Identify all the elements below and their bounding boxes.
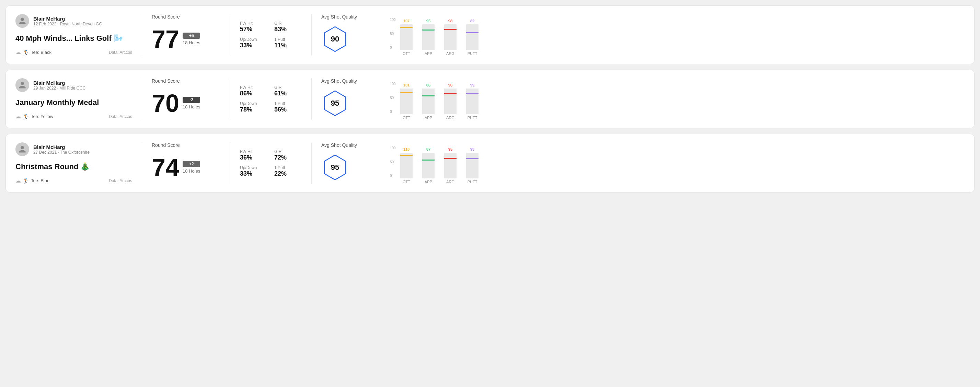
bar-x-label: ARG xyxy=(446,51,455,56)
stat-value-updown: 33% xyxy=(240,42,267,49)
stat-value-fw-hit: 86% xyxy=(240,90,267,97)
bar-x-label: OTT xyxy=(402,116,410,120)
avatar xyxy=(16,14,29,28)
bar-group-putt: 82PUTT xyxy=(466,24,479,56)
user-row: Blair McHarg29 Jan 2022 · Mill Ride GCC xyxy=(16,78,132,92)
stat-label-updown: Up/Down xyxy=(240,165,267,170)
bar-x-label: PUTT xyxy=(468,116,477,120)
bar-x-label: APP xyxy=(425,116,432,120)
data-source: Data: Arccos xyxy=(109,178,132,183)
stats-section: FW HitGIR36%72%Up/Down1 Putt33%22% xyxy=(240,143,302,184)
stat-label-fw-hit: FW Hit xyxy=(240,85,267,90)
score-details: +218 Holes xyxy=(183,161,200,174)
bar-x-label: APP xyxy=(425,180,432,184)
score-main: 77+518 Holes xyxy=(152,22,220,56)
stat-value-gir: 83% xyxy=(274,26,302,33)
user-info: Blair McHarg29 Jan 2022 · Mill Ride GCC xyxy=(33,80,86,90)
tee-label: Tee: Black xyxy=(31,50,51,55)
bar-group-app: 95APP xyxy=(422,24,434,56)
user-row: Blair McHarg27 Dec 2021 · The Oxfordshir… xyxy=(16,143,132,156)
card-footer: ☁🏌Tee: YellowData: Arccos xyxy=(16,113,132,120)
stat-value-gir: 61% xyxy=(274,90,302,97)
stat-value-fw-hit: 36% xyxy=(240,154,267,161)
stat-value-fw-hit: 57% xyxy=(240,26,267,33)
stats-section: FW HitGIR57%83%Up/Down1 Putt33%11% xyxy=(240,14,302,56)
quality-content: 95 xyxy=(321,151,390,184)
weather-icon: ☁ xyxy=(16,49,21,56)
bar-group-ott: 107OTT xyxy=(400,24,413,56)
divider xyxy=(311,78,312,120)
bar-x-label: OTT xyxy=(402,180,410,184)
score-main: 70-218 Holes xyxy=(152,86,220,120)
quality-section: Avg Shot Quality95 xyxy=(321,78,390,120)
bar-value-label: 99 xyxy=(470,83,474,87)
stat-label-oneputt: 1 Putt xyxy=(274,101,302,106)
round-card: Blair McHarg29 Jan 2022 · Mill Ride GCCJ… xyxy=(5,70,975,128)
bar-value-label: 86 xyxy=(426,83,430,87)
stat-label-gir: GIR xyxy=(274,149,302,154)
bar-value-label: 107 xyxy=(403,19,409,23)
bar-group-app: 86APP xyxy=(422,89,434,120)
score-number: 70 xyxy=(152,91,179,116)
bar-chart-container: 100500101OTT86APP96ARG99PUTT xyxy=(390,78,964,120)
bar-x-label: PUTT xyxy=(468,51,477,56)
card-left: Blair McHarg29 Jan 2022 · Mill Ride GCCJ… xyxy=(16,78,132,120)
score-badge: -2 xyxy=(183,97,200,103)
stat-value-updown: 33% xyxy=(240,170,267,178)
bar-value-label: 82 xyxy=(470,19,474,23)
stat-label-gir: GIR xyxy=(274,85,302,90)
hexagon-score: 90 xyxy=(331,35,339,44)
hexagon-score: 95 xyxy=(331,99,339,108)
divider xyxy=(311,143,312,184)
score-section: Round Score74+218 Holes xyxy=(152,143,220,184)
stat-label-oneputt: 1 Putt xyxy=(274,165,302,170)
date-course: 12 Feb 2022 · Royal North Devon GC xyxy=(33,22,102,26)
quality-label: Avg Shot Quality xyxy=(321,143,390,148)
round-title: 40 Mph Winds... Links Golf 🌬️ xyxy=(16,34,132,43)
bar-group-putt: 99PUTT xyxy=(466,89,479,120)
score-section: Round Score77+518 Holes xyxy=(152,14,220,56)
bar-value-label: 87 xyxy=(426,147,430,151)
round-card: Blair McHarg27 Dec 2021 · The Oxfordshir… xyxy=(5,134,975,192)
bar-value-label: 98 xyxy=(448,19,452,23)
bar-group-ott: 101OTT xyxy=(400,89,413,120)
weather-icon: ☁ xyxy=(16,178,21,184)
round-title: January Monthly Medal xyxy=(16,98,132,107)
stat-label-fw-hit: FW Hit xyxy=(240,149,267,154)
card-left: Blair McHarg12 Feb 2022 · Royal North De… xyxy=(16,14,132,56)
bar-value-label: 93 xyxy=(470,147,474,151)
score-details: -218 Holes xyxy=(183,97,200,109)
holes-text: 18 Holes xyxy=(183,104,200,109)
data-source: Data: Arccos xyxy=(109,50,132,55)
tee-info: ☁🏌Tee: Black xyxy=(16,49,51,56)
bar-group-putt: 93PUTT xyxy=(466,153,479,184)
avatar xyxy=(16,143,29,156)
bag-icon: 🏌 xyxy=(23,50,29,55)
score-details: +518 Holes xyxy=(183,33,200,45)
bar-value-label: 96 xyxy=(448,83,452,87)
stat-label-oneputt: 1 Putt xyxy=(274,37,302,42)
weather-icon: ☁ xyxy=(16,113,21,120)
quality-label: Avg Shot Quality xyxy=(321,78,390,84)
stat-value-oneputt: 11% xyxy=(274,42,302,49)
score-number: 77 xyxy=(152,27,179,51)
bag-icon: 🏌 xyxy=(23,114,29,119)
bar-group-arg: 96ARG xyxy=(444,89,457,120)
divider xyxy=(142,143,142,184)
stat-label-updown: Up/Down xyxy=(240,101,267,106)
score-label: Round Score xyxy=(152,14,220,19)
bar-x-label: APP xyxy=(425,51,432,56)
tee-label: Tee: Blue xyxy=(31,178,49,183)
bar-chart-container: 100500107OTT95APP98ARG82PUTT xyxy=(390,14,964,56)
stat-label-gir: GIR xyxy=(274,21,302,26)
bar-group-ott: 110OTT xyxy=(400,153,413,184)
holes-text: 18 Holes xyxy=(183,168,200,174)
score-label: Round Score xyxy=(152,78,220,84)
divider xyxy=(311,14,312,56)
divider xyxy=(142,14,142,56)
stat-value-oneputt: 56% xyxy=(274,106,302,113)
round-card: Blair McHarg12 Feb 2022 · Royal North De… xyxy=(5,5,975,64)
score-badge: +2 xyxy=(183,161,200,167)
user-name: Blair McHarg xyxy=(33,80,86,86)
bag-icon: 🏌 xyxy=(23,178,29,184)
